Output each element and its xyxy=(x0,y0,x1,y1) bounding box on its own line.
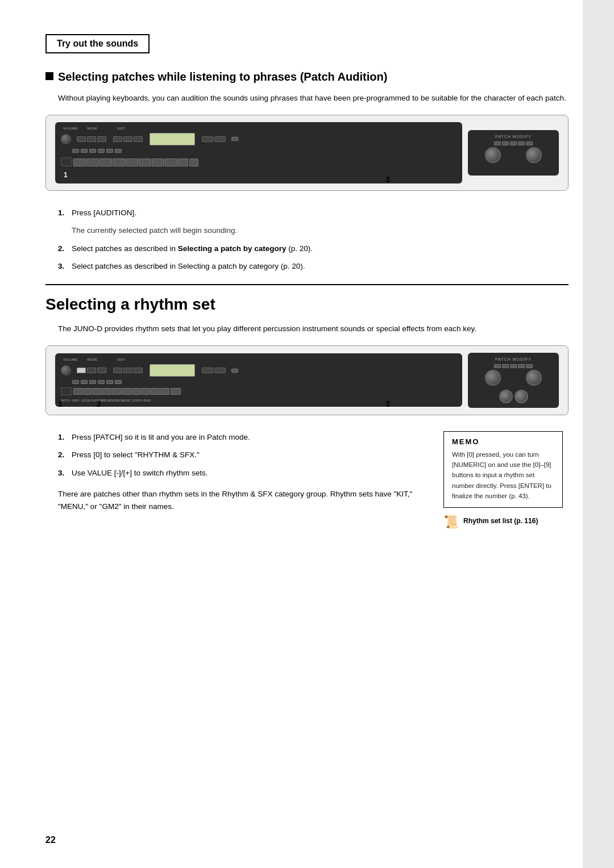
value-plus-2 xyxy=(214,368,226,373)
patch-audition-body: Without playing keyboards, you can audit… xyxy=(58,92,569,105)
rp2-btn-5 xyxy=(526,364,533,368)
rp-btn-3 xyxy=(510,141,517,145)
edit-btn-1 xyxy=(113,136,122,142)
category-labels: PATCH PERF VOCAL BUFFER DRUMS WORLD MUSI… xyxy=(61,399,457,402)
mode-btn-3 xyxy=(97,136,106,142)
num-9 xyxy=(160,388,169,395)
display-area-1 xyxy=(150,133,195,145)
tiny-btn-4 xyxy=(98,149,105,153)
ref-label: Rhythm set list (p. 116) xyxy=(463,517,538,525)
right-panel-1: PATCH MODIFY xyxy=(468,130,559,176)
rp2-knobs xyxy=(472,370,554,386)
rp2-big-knob-4 xyxy=(515,390,528,403)
num-3 xyxy=(102,388,111,395)
numeric-buttons xyxy=(73,388,169,395)
tiny-btn-6 xyxy=(115,149,122,153)
rs-step-2: 2. Press [0] to select "RHYTHM & SFX." xyxy=(58,449,426,461)
right-panel-content-2 xyxy=(472,364,554,403)
diagram-labels-1: 1 xyxy=(61,171,457,179)
rs-step-2-text: Press [0] to select "RHYTHM & SFX." xyxy=(72,449,426,461)
mode-btn-1 xyxy=(77,136,86,142)
device-diagram-1: VOLUME MODE EDIT xyxy=(45,115,569,191)
pa-step-2-bold: Selecting a patch by category xyxy=(178,244,287,253)
rp2-big-knob-1 xyxy=(485,370,501,386)
key-groups xyxy=(73,158,188,166)
enter-btn xyxy=(171,388,181,395)
ref-box: 📜 Rhythm set list (p. 116) xyxy=(443,516,569,528)
num-4 xyxy=(112,388,121,395)
rp2-btn-1 xyxy=(494,364,501,368)
rp-big-knob-2 xyxy=(526,147,542,163)
rhythm-section: Selecting a rhythm set The JUNO-D provid… xyxy=(45,284,569,528)
volume-knob-2 xyxy=(61,365,71,375)
key-group-6 xyxy=(139,158,151,166)
synth-second-row-2 xyxy=(72,380,457,384)
pa-step-2: 2. Select patches as described in Select… xyxy=(58,243,569,255)
key-group-5 xyxy=(126,158,138,166)
value-buttons-1 xyxy=(202,136,226,142)
ref-label-bold: Rhythm set list xyxy=(463,517,512,525)
memo-title: MEMO xyxy=(452,437,554,446)
numeric-block xyxy=(61,387,72,395)
edit-buttons-1 xyxy=(113,136,143,142)
pa-step-1-text: Press [AUDITION]. xyxy=(72,207,569,219)
rhythm-two-col: 1. Press [PATCH] so it is lit and you ar… xyxy=(45,431,569,528)
mode-btn-2 xyxy=(87,136,96,142)
key-group-3 xyxy=(99,158,112,166)
exit-btn-1 xyxy=(231,137,238,141)
keyboard-right-end xyxy=(189,158,198,166)
num-2 xyxy=(93,388,102,395)
num-0 xyxy=(73,388,82,395)
synth-top-labels-2: VOLUME MODE EDIT xyxy=(61,358,457,361)
page-number: 22 xyxy=(45,835,56,845)
patch-audition-steps: 1. Press [AUDITION]. The currently selec… xyxy=(58,207,569,273)
num-7 xyxy=(141,388,150,395)
edit-btn-3 xyxy=(134,136,143,142)
rp-big-knob-1 xyxy=(485,147,501,163)
num-8 xyxy=(151,388,160,395)
mode-btn-lit xyxy=(77,368,86,373)
try-sounds-label: Try out the sounds xyxy=(57,39,138,48)
diagram2-num2: 2 xyxy=(97,399,101,408)
rhythm-body: The JUNO-D provides rhythm sets that let… xyxy=(58,323,569,335)
edit-btn-1b xyxy=(113,368,122,373)
rp-tiny-btns xyxy=(472,141,554,145)
tiny-btn-2-6 xyxy=(115,380,122,384)
mode-btn-2b xyxy=(87,368,96,373)
synth-display-2 xyxy=(150,364,195,377)
pa-step-3-num: 3. xyxy=(58,260,67,273)
right-panel-content-1 xyxy=(472,141,554,163)
rp-btn-2 xyxy=(502,141,509,145)
keyboard-row-1 xyxy=(61,157,457,166)
rp2-btn-4 xyxy=(518,364,525,368)
rp-knobs xyxy=(472,147,554,163)
tiny-btn-2 xyxy=(81,149,88,153)
pa-step-3: 3. Select patches as described in Select… xyxy=(58,260,569,273)
key-group-2 xyxy=(86,158,99,166)
synth-panel-2: VOLUME MODE EDIT xyxy=(55,353,462,407)
rs-step-2-num: 2. xyxy=(58,449,67,461)
pa-step-1-num: 1. xyxy=(58,207,67,219)
synth-second-row xyxy=(72,149,457,153)
rp-btn-4 xyxy=(518,141,525,145)
key-group-4 xyxy=(113,158,125,166)
key-group-8 xyxy=(165,158,177,166)
edit-btn-2b xyxy=(123,368,132,373)
device-container-1: VOLUME MODE EDIT xyxy=(45,115,569,191)
volume-knob-1 xyxy=(61,134,71,144)
rhythm-main-col: 1. Press [PATCH] so it is lit and you ar… xyxy=(45,431,426,528)
num-6 xyxy=(131,388,140,395)
rp2-bottom-knobs xyxy=(472,390,554,403)
value-buttons-2 xyxy=(202,368,226,373)
rs-step-1-text: Press [PATCH] so it is lit and you are i… xyxy=(72,431,426,444)
patch-modify-label-2: PATCH MODIFY xyxy=(472,357,554,361)
rs-step-1: 1. Press [PATCH] so it is lit and you ar… xyxy=(58,431,426,444)
rhythm-section-title: Selecting a rhythm set xyxy=(45,295,569,314)
display-area-2 xyxy=(150,364,195,377)
rp2-btn-3 xyxy=(510,364,517,368)
rs-step-1-num: 1. xyxy=(58,431,67,444)
black-square-icon xyxy=(45,72,53,80)
memo-box: MEMO With [0] pressed, you can turn [NUM… xyxy=(443,431,563,508)
numeric-row xyxy=(61,387,457,395)
tiny-btn-2-1 xyxy=(72,380,79,384)
